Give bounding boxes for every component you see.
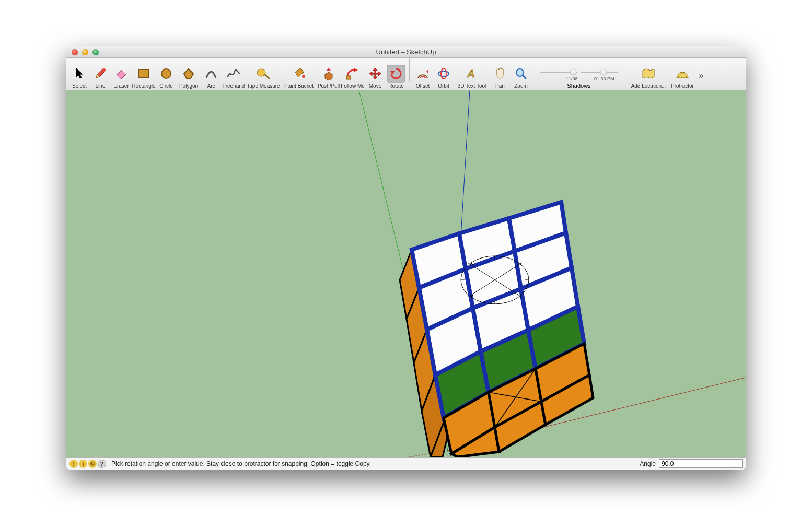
shadow-time-slider[interactable]: 01:30 PM [581,68,618,76]
tool-arc[interactable]: Arc [201,65,221,89]
svg-point-3 [257,69,265,76]
tool-push-pull[interactable]: Push/Pull [317,65,340,89]
svg-rect-0 [138,69,149,78]
window-title: Untitled – SketchUp [66,46,746,58]
tape-icon [254,65,272,83]
tool-follow-me[interactable]: Follow Me [341,65,364,89]
tool-move[interactable]: Move [365,65,385,89]
toolbar-overflow[interactable]: » [695,71,707,89]
tool-rotate[interactable]: Rotate [386,65,406,89]
cube-model [400,202,593,457]
tool-tape-measure[interactable]: Tape Measure [246,65,281,89]
statusbar: ! i © ? Pick rotation angle or enter val… [66,457,746,470]
move-icon [366,65,384,83]
app-window: Untitled – SketchUp Select Line Eraser R… [66,46,746,470]
hand-icon [491,65,509,83]
offset-icon [414,65,432,83]
svg-marker-2 [184,69,193,78]
status-icon-2[interactable]: i [79,460,87,468]
freehand-icon [225,65,242,83]
bucket-icon [290,65,308,83]
polygon-icon [180,65,198,83]
arc-icon [202,65,220,83]
shadow-date-slider[interactable]: 11/08 [540,68,577,76]
angle-label: Angle [636,460,659,467]
status-icon-group: ! i © ? [66,460,109,468]
pencil-icon [91,65,109,83]
svg-line-14 [129,451,448,457]
angle-input[interactable] [659,459,743,468]
tool-circle[interactable]: Circle [156,65,176,89]
text3d-icon: A [463,65,481,83]
zoom-icon [512,65,530,83]
svg-text:A: A [467,68,474,79]
status-icon-3[interactable]: © [88,460,97,468]
shadows-control: 11/08 01:30 PM Shadows [532,68,626,89]
svg-point-9 [516,69,524,76]
help-icon[interactable]: ? [98,460,106,468]
tool-3d-text[interactable]: A 3D Text Tool [455,65,489,89]
tool-select[interactable]: Select [69,65,89,89]
tool-protractor[interactable]: Protractor [671,65,694,89]
tool-eraser[interactable]: Eraser [111,65,131,89]
svg-point-6 [438,71,449,76]
tool-add-location[interactable]: Add Location... [627,65,670,89]
viewport-3d[interactable] [66,90,746,457]
tool-rectangle[interactable]: Rectangle [132,65,155,89]
svg-point-7 [441,68,446,79]
toolbar: Select Line Eraser Rectangle Circle Poly [66,58,746,90]
cursor-icon [71,65,88,83]
rectangle-icon [135,65,153,83]
circle-icon [157,65,175,83]
rotate-icon [387,65,405,83]
tool-offset[interactable]: Offset [413,65,433,89]
tool-orbit[interactable]: Orbit [434,65,454,89]
map-icon [640,65,657,83]
svg-point-4 [302,75,305,78]
tool-line[interactable]: Line [90,65,110,89]
shadows-label: Shadows [567,83,590,89]
tool-zoom[interactable]: Zoom [511,65,531,89]
tool-pan[interactable]: Pan [490,65,510,89]
status-icon-1[interactable]: ! [69,460,78,468]
protractor-icon [674,65,691,83]
followme-icon [344,65,362,83]
toolbar-separator [409,58,410,81]
pushpull-icon [320,65,338,83]
tool-polygon[interactable]: Polygon [177,65,200,89]
titlebar[interactable]: Untitled – SketchUp [66,46,746,58]
tool-paint-bucket[interactable]: Paint Bucket [282,65,316,89]
svg-rect-5 [346,76,351,79]
svg-point-1 [161,69,171,78]
eraser-icon [112,65,130,83]
tool-freehand[interactable]: Freehand [222,65,245,89]
status-hint: Pick rotation angle or enter value. Stay… [109,460,636,467]
orbit-icon [435,65,453,83]
